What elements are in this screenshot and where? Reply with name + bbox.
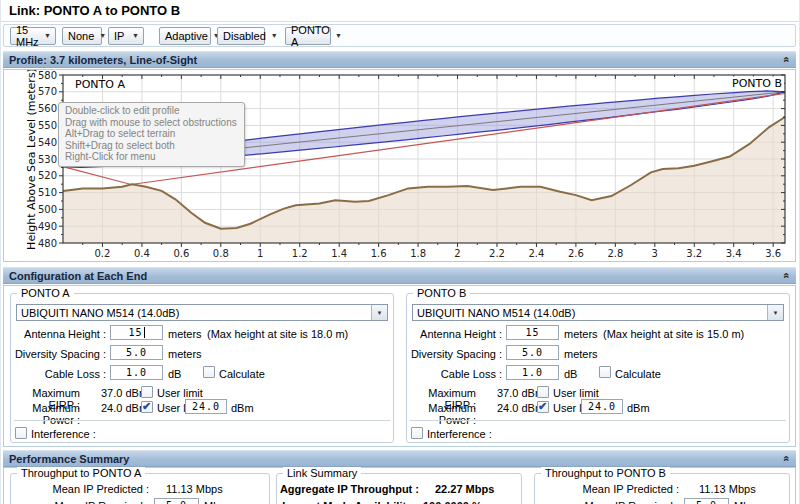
config-panel-ponto-a: PONTO A UBIQUITI NANO M514 (14.0dB) ▼ An… bbox=[10, 293, 394, 443]
max-height-note: (Max height at site is 15.0 m) bbox=[603, 328, 744, 340]
svg-text:3.6: 3.6 bbox=[765, 248, 781, 259]
chevron-down-icon: ▼ bbox=[335, 32, 342, 39]
max-power-label: Maximum Power : bbox=[407, 402, 476, 426]
antenna-height-label: Antenna Height : bbox=[407, 328, 502, 340]
lowest-mode-availability-label: Lowest Mode Availability : bbox=[277, 500, 419, 504]
mean-ip-predicted-value: 11.13 Mbps bbox=[166, 483, 223, 495]
chevron-down-icon: ▼ bbox=[44, 32, 51, 39]
profile-section-header: Profile: 3.7 kilometers, Line-of-Sight « bbox=[3, 51, 796, 68]
diversity-spacing-label: Diversity Spacing : bbox=[407, 348, 502, 360]
mean-ip-predicted-label: Mean IP Predicted : bbox=[11, 483, 149, 495]
panel-title: PONTO A bbox=[17, 287, 74, 299]
svg-text:510: 510 bbox=[38, 187, 57, 198]
polarization-dropdown[interactable]: None▼ bbox=[62, 27, 102, 45]
config-section-header: Configuration at Each End « bbox=[3, 267, 796, 284]
power-limit-input[interactable]: 24.0 bbox=[185, 399, 227, 414]
power-limit-input[interactable]: 24.0 bbox=[581, 399, 623, 414]
power-user-limit-checkbox[interactable] bbox=[141, 401, 153, 413]
svg-text:570: 570 bbox=[38, 86, 57, 97]
text-cursor bbox=[144, 327, 145, 338]
mean-ip-required-input[interactable]: 5.0 bbox=[684, 498, 729, 504]
svg-text:3.2: 3.2 bbox=[686, 248, 702, 259]
performance-section-header: Performance Summary « bbox=[3, 450, 796, 467]
svg-text:1.8: 1.8 bbox=[410, 248, 426, 259]
panel-title: Link Summary bbox=[283, 467, 361, 479]
interference-checkbox[interactable] bbox=[15, 427, 27, 439]
svg-text:540: 540 bbox=[38, 137, 57, 148]
svg-text:1.4: 1.4 bbox=[331, 248, 347, 259]
collapse-section-icon[interactable]: « bbox=[780, 56, 791, 62]
svg-text:580: 580 bbox=[38, 70, 57, 81]
svg-text:550: 550 bbox=[38, 120, 57, 131]
application-window: Link: PONTO A to PONTO B 15 MHz▼ None▼ I… bbox=[0, 0, 800, 504]
svg-text:3.4: 3.4 bbox=[726, 248, 742, 259]
collapse-section-icon[interactable]: « bbox=[780, 272, 791, 278]
lowest-mode-availability-value: 100.0000 % bbox=[423, 500, 482, 504]
svg-text:0.4: 0.4 bbox=[134, 248, 150, 259]
interference-checkbox[interactable] bbox=[411, 427, 423, 439]
calculate-checkbox[interactable] bbox=[599, 366, 611, 378]
cable-loss-label: Cable Loss : bbox=[407, 368, 502, 380]
title-divider bbox=[1, 21, 799, 22]
chevron-down-icon: ▼ bbox=[99, 32, 106, 39]
panel-title: PONTO B bbox=[413, 287, 470, 299]
aggregate-throughput-value: 22.27 Mbps bbox=[435, 483, 494, 495]
svg-text:1: 1 bbox=[257, 248, 263, 259]
mean-ip-predicted-value: 11.13 Mbps bbox=[699, 483, 756, 495]
throughput-ponto-b-panel: Throughput to PONTO B Mean IP Predicted … bbox=[534, 473, 790, 504]
svg-text:2: 2 bbox=[454, 248, 460, 259]
svg-text:560: 560 bbox=[38, 103, 57, 114]
mode-dropdown[interactable]: Adaptive▼ bbox=[159, 27, 211, 45]
svg-text:3: 3 bbox=[652, 248, 658, 259]
bandwidth-dropdown[interactable]: 15 MHz▼ bbox=[10, 27, 56, 45]
divider bbox=[14, 420, 390, 421]
aggregate-throughput-label: Aggregate IP Throughput : bbox=[277, 483, 419, 495]
eirp-user-limit-checkbox[interactable] bbox=[537, 386, 549, 398]
mean-ip-required-input[interactable]: 5.0 bbox=[154, 498, 199, 504]
sync-dropdown[interactable]: Disabled▼ bbox=[217, 27, 265, 45]
calculate-checkbox[interactable] bbox=[203, 366, 215, 378]
panel-title: Throughput to PONTO B bbox=[541, 467, 670, 479]
cable-loss-label: Cable Loss : bbox=[11, 368, 106, 380]
collapse-section-icon[interactable]: « bbox=[780, 455, 791, 461]
svg-text:PONTO A: PONTO A bbox=[75, 78, 125, 91]
svg-text:2.2: 2.2 bbox=[489, 248, 505, 259]
svg-text:1.6: 1.6 bbox=[371, 248, 387, 259]
antenna-device-select[interactable]: UBIQUITI NANO M514 (14.0dB) ▼ bbox=[412, 304, 784, 321]
diversity-spacing-label: Diversity Spacing : bbox=[11, 348, 106, 360]
svg-text:520: 520 bbox=[38, 170, 57, 181]
divider bbox=[410, 420, 786, 421]
max-power-label: Maximum Power : bbox=[11, 402, 80, 426]
diversity-spacing-input[interactable]: 5.0 bbox=[506, 345, 559, 360]
chevron-down-icon: ▼ bbox=[371, 305, 387, 320]
max-height-note: (Max height at site is 18.0 m) bbox=[207, 328, 348, 340]
svg-text:2.8: 2.8 bbox=[607, 248, 623, 259]
cable-loss-input[interactable]: 1.0 bbox=[110, 365, 163, 380]
chevron-down-icon: ▼ bbox=[271, 32, 278, 39]
page-title: Link: PONTO A to PONTO B bbox=[9, 3, 180, 18]
svg-text:2.6: 2.6 bbox=[568, 248, 584, 259]
svg-text:0.2: 0.2 bbox=[95, 248, 111, 259]
chevron-down-icon: ▼ bbox=[767, 305, 783, 320]
throughput-ponto-a-panel: Throughput to PONTO A Mean IP Predicted … bbox=[10, 473, 270, 504]
power-user-limit-checkbox[interactable] bbox=[537, 401, 549, 413]
svg-text:0.6: 0.6 bbox=[173, 248, 189, 259]
mean-ip-predicted-label: Mean IP Predicted : bbox=[535, 483, 679, 495]
svg-text:480: 480 bbox=[38, 238, 57, 249]
svg-text:Range on path (kilometers): Range on path (kilometers) bbox=[349, 260, 500, 261]
antenna-device-select[interactable]: UBIQUITI NANO M514 (14.0dB) ▼ bbox=[16, 304, 388, 321]
traffic-type-dropdown[interactable]: IP▼ bbox=[108, 27, 144, 45]
antenna-height-input[interactable]: 15 bbox=[110, 325, 163, 340]
mean-ip-required-label: Mean IP Required : bbox=[535, 500, 679, 504]
chart-help-tooltip: Double-click to edit profileDrag with mo… bbox=[58, 102, 245, 167]
svg-text:530: 530 bbox=[38, 154, 57, 165]
diversity-spacing-input[interactable]: 5.0 bbox=[110, 345, 163, 360]
toolbar: 15 MHz▼ None▼ IP▼ Adaptive▼ Disabled▼ PO… bbox=[3, 24, 796, 47]
end-select-dropdown[interactable]: PONTO A▼ bbox=[285, 27, 331, 45]
eirp-user-limit-checkbox[interactable] bbox=[141, 386, 153, 398]
svg-text:0.8: 0.8 bbox=[213, 248, 229, 259]
mean-ip-required-label: Mean IP Required : bbox=[11, 500, 149, 504]
cable-loss-input[interactable]: 1.0 bbox=[506, 365, 559, 380]
antenna-height-input[interactable]: 15 bbox=[506, 325, 559, 340]
svg-text:2.4: 2.4 bbox=[528, 248, 544, 259]
